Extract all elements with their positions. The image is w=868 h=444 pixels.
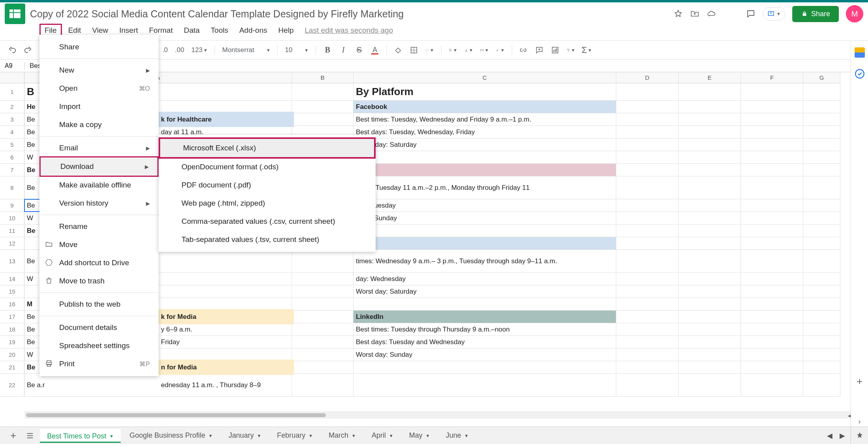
sheet-tab[interactable]: Google Business Profile▼ xyxy=(122,429,220,442)
horizontal-scrollbar[interactable]: ◀ ▶ xyxy=(24,412,861,419)
menu-item-document-details[interactable]: Document details xyxy=(39,318,159,337)
cell[interactable] xyxy=(803,151,840,163)
menu-item-move[interactable]: Move xyxy=(39,236,159,254)
present-button[interactable]: ▼ xyxy=(763,7,785,21)
text-wrap-button[interactable]: ▼ xyxy=(480,46,489,54)
menu-tools[interactable]: Tools xyxy=(206,24,233,37)
cell[interactable]: times: Tuesday 11 a.m.–2 p.m., Monday th… xyxy=(354,176,616,199)
cell[interactable] xyxy=(803,113,840,126)
cell[interactable] xyxy=(741,323,803,335)
cell[interactable] xyxy=(679,212,741,224)
cell[interactable] xyxy=(803,212,840,224)
cell[interactable] xyxy=(803,139,840,151)
cell[interactable] xyxy=(741,285,803,298)
cell[interactable] xyxy=(803,361,840,373)
merge-cells-button[interactable]: ▼ xyxy=(425,46,434,54)
cell[interactable]: t day: Sunday xyxy=(354,212,616,224)
cell[interactable] xyxy=(354,151,616,163)
format-dec00[interactable]: .00 xyxy=(175,46,184,54)
sheet-tab-active[interactable]: Best Times to Post▼ xyxy=(40,429,121,443)
cell[interactable]: day: Tuesday xyxy=(354,199,616,212)
cell[interactable] xyxy=(616,113,679,126)
format-dec0[interactable]: .0 xyxy=(162,46,168,54)
all-sheets-button[interactable] xyxy=(22,430,38,442)
insert-comment-button[interactable] xyxy=(535,46,544,54)
cell[interactable] xyxy=(292,348,354,361)
cell[interactable] xyxy=(292,298,354,310)
font-family-dropdown[interactable]: Montserrat▼ xyxy=(222,46,270,54)
row-header[interactable]: 2 xyxy=(0,101,24,113)
cell[interactable] xyxy=(741,113,803,126)
star-icon[interactable] xyxy=(673,9,683,19)
col-header-g[interactable]: G xyxy=(803,72,840,83)
cell[interactable] xyxy=(679,176,741,199)
cell[interactable] xyxy=(616,298,679,310)
borders-button[interactable] xyxy=(410,46,418,54)
row-header[interactable]: 18 xyxy=(0,323,24,335)
row-header[interactable]: 11 xyxy=(0,225,24,237)
cell[interactable] xyxy=(616,285,679,298)
cell[interactable] xyxy=(292,336,354,348)
cell[interactable] xyxy=(616,225,679,237)
cell[interactable] xyxy=(616,374,679,396)
sheets-logo[interactable] xyxy=(5,4,25,24)
cell[interactable] xyxy=(292,311,354,323)
calendar-addon-icon[interactable] xyxy=(855,47,865,58)
cell[interactable] xyxy=(616,250,679,272)
horizontal-align-button[interactable]: ▼ xyxy=(449,46,457,54)
cell[interactable] xyxy=(679,298,741,310)
menu-item-publish-to-web[interactable]: Publish to the web xyxy=(39,295,159,313)
row-header[interactable]: 3 xyxy=(0,113,24,126)
cell[interactable] xyxy=(803,273,840,285)
row-header[interactable]: 13 xyxy=(0,250,24,272)
redo-button[interactable] xyxy=(24,46,32,54)
tab-nav-right-icon[interactable]: ▶ xyxy=(840,431,845,440)
cell[interactable] xyxy=(616,139,679,151)
menu-item-print[interactable]: Print⌘P xyxy=(39,355,159,373)
submenu-item-ods[interactable]: OpenDocument format (.ods) xyxy=(159,158,376,176)
cell[interactable]: Best days: Tuesday and Wednesday xyxy=(354,336,616,348)
account-avatar[interactable]: M xyxy=(846,5,863,22)
col-header-e[interactable]: E xyxy=(679,72,741,83)
cell[interactable] xyxy=(616,83,679,100)
menu-item-open[interactable]: Open⌘O xyxy=(39,79,159,97)
cell[interactable] xyxy=(679,348,741,361)
submenu-item-tsv[interactable]: Tab-separated values (.tsv, current shee… xyxy=(159,230,376,249)
explore-button[interactable] xyxy=(851,427,868,444)
cell[interactable] xyxy=(803,250,840,272)
cell[interactable]: ter xyxy=(354,237,616,249)
name-box[interactable]: A9 xyxy=(0,62,24,69)
bold-button[interactable]: B xyxy=(323,46,332,54)
text-color-button[interactable]: A xyxy=(370,46,379,54)
menu-item-add-shortcut-to-drive[interactable]: Add shortcut to Drive xyxy=(39,254,159,272)
col-header-d[interactable]: D xyxy=(616,72,679,83)
cell[interactable] xyxy=(616,336,679,348)
sheet-tab[interactable]: March▼ xyxy=(322,429,363,442)
cell[interactable] xyxy=(679,139,741,151)
cell[interactable] xyxy=(679,199,741,212)
row-header[interactable]: 5 xyxy=(0,139,24,151)
insert-chart-button[interactable] xyxy=(551,46,559,54)
menu-item-spreadsheet-settings[interactable]: Spreadsheet settings xyxy=(39,337,159,355)
hide-side-panel-icon[interactable]: › xyxy=(855,416,865,427)
row-header[interactable]: 7 xyxy=(0,164,24,176)
sheet-tab[interactable]: June▼ xyxy=(439,429,476,442)
cell[interactable] xyxy=(741,212,803,224)
cell[interactable] xyxy=(679,336,741,348)
cell[interactable] xyxy=(616,323,679,335)
italic-button[interactable]: I xyxy=(339,46,348,54)
cell[interactable] xyxy=(616,101,679,113)
cell[interactable] xyxy=(803,225,840,237)
cell[interactable] xyxy=(292,273,354,285)
menu-item-make-available-offline[interactable]: Make available offline xyxy=(39,176,159,194)
document-title[interactable]: Copy of 2022 Social Media Content Calend… xyxy=(30,8,404,20)
col-header-c[interactable]: C xyxy=(354,72,616,83)
cell[interactable] xyxy=(292,361,354,373)
cell[interactable]: Worst day: Saturday xyxy=(354,139,616,151)
row-header[interactable]: 15 xyxy=(0,285,24,298)
add-addon-icon[interactable]: + xyxy=(855,376,865,386)
cell[interactable]: times: Wednesday 9 a.m.– 3 p.m., Tuesday… xyxy=(354,250,616,272)
functions-button[interactable]: Σ▼ xyxy=(582,46,591,54)
cell[interactable] xyxy=(292,285,354,298)
cell[interactable] xyxy=(616,199,679,212)
